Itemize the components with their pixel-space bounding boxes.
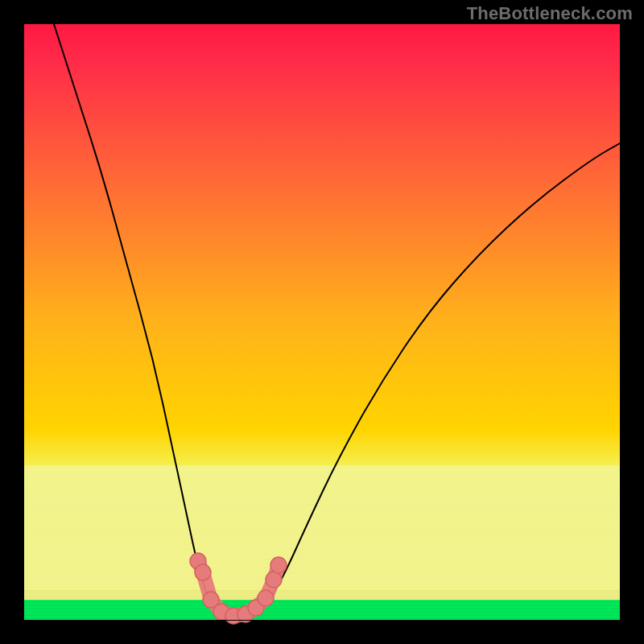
curve-marker [195,564,211,580]
curve-marker [270,557,287,573]
plot-background [24,24,620,620]
watermark-text: TheBottleneck.com [467,3,633,24]
bottleneck-chart [0,0,644,644]
curve-marker [266,572,282,588]
chart-stage: TheBottleneck.com [0,0,644,644]
curve-marker [258,590,274,606]
